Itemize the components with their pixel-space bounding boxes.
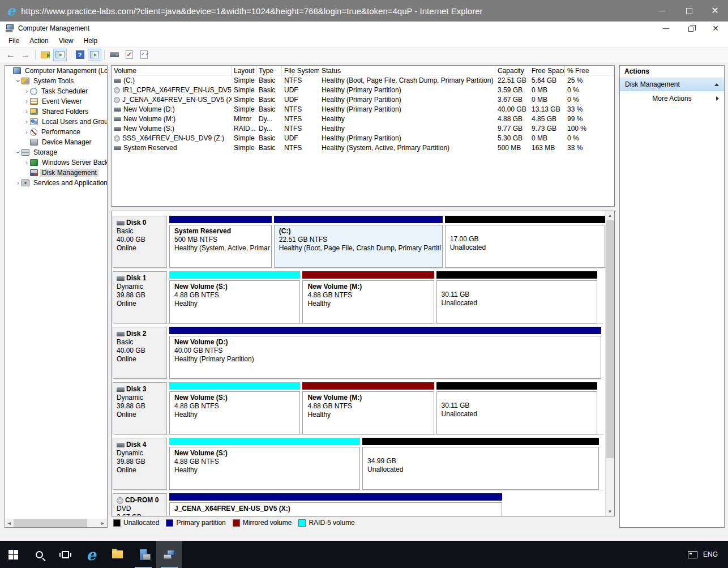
show-console-tree-button[interactable] — [53, 49, 67, 61]
tree-item-windows-server-backup[interactable]: ›Windows Server Backup — [5, 157, 107, 168]
input-indicator-icon[interactable] — [688, 551, 697, 558]
menu-file[interactable]: File — [3, 35, 24, 47]
tree-item-device-manager[interactable]: Device Manager — [5, 137, 107, 147]
column-header-status[interactable]: Status — [319, 66, 495, 76]
validate-button[interactable] — [122, 49, 136, 61]
partition-body[interactable]: 17.00 GBUnallocated — [445, 225, 605, 268]
internet-explorer-button[interactable]: e — [78, 541, 104, 568]
tree-item-system-tools[interactable]: ›System Tools — [5, 76, 107, 86]
scroll-right-icon[interactable]: ▸ — [99, 519, 107, 527]
show-action-pane-button[interactable] — [88, 49, 101, 61]
partition-body[interactable]: 30.11 GBUnallocated — [436, 391, 597, 434]
column-header-type[interactable]: Type — [256, 66, 282, 76]
partition-j-cena-x64frev-en-us-dv5-x-[interactable]: J_CENA_X64FREV_EN-US_DV5 (X:) — [169, 493, 502, 516]
back-button[interactable]: ← — [4, 49, 18, 61]
column-header-capacity[interactable]: Capacity — [495, 66, 529, 76]
partition-unallocated[interactable]: 17.00 GBUnallocated — [445, 216, 605, 268]
collapse-icon[interactable]: › — [14, 78, 22, 84]
partition-new-volume-m-[interactable]: New Volume (M:)4.88 GB NTFSHealthy — [302, 271, 434, 323]
tree-item-disk-management[interactable]: Disk Management — [5, 168, 107, 178]
computer-management-taskbar-button[interactable] — [156, 541, 182, 568]
column-header-free-space[interactable]: Free Space — [529, 66, 565, 76]
expand-icon[interactable]: › — [23, 108, 30, 116]
forward-button[interactable]: → — [19, 49, 32, 61]
tree-item-event-viewer[interactable]: ›Event Viewer — [5, 96, 107, 106]
ie-minimize-button[interactable] — [650, 0, 676, 22]
partition--c-[interactable]: (C:)22.51 GB NTFSHealthy (Boot, Page Fil… — [274, 216, 443, 268]
disk-label[interactable]: Disk 1Dynamic39.88 GBOnline — [113, 271, 167, 323]
cm-close-button[interactable]: ✕ — [703, 22, 728, 35]
expand-icon[interactable]: › — [23, 87, 30, 95]
expand-icon[interactable]: › — [23, 97, 30, 105]
ie-maximize-button[interactable] — [676, 0, 702, 22]
partition-new-volume-s-[interactable]: New Volume (S:)4.88 GB NTFSHealthy — [169, 382, 300, 434]
menu-view[interactable]: View — [54, 35, 79, 47]
volume-row[interactable]: New Volume (M:)MirrorDy...NTFSHealthy4.8… — [112, 114, 614, 124]
cm-minimize-button[interactable] — [653, 22, 678, 35]
partition-body[interactable]: 34.99 GBUnallocated — [362, 447, 599, 490]
partition-body[interactable]: System Reserved500 MB NTFSHealthy (Syste… — [169, 225, 272, 268]
partition-body[interactable]: New Volume (M:)4.88 GB NTFSHealthy — [302, 391, 434, 434]
tree-item-local-users-and-groups[interactable]: ›Local Users and Groups — [5, 117, 107, 127]
export-button[interactable] — [38, 49, 52, 61]
menu-help[interactable]: Help — [79, 35, 103, 47]
tree-item-computer-management-local-[interactable]: Computer Management (Local) — [5, 66, 107, 76]
partition-system-reserved[interactable]: System Reserved500 MB NTFSHealthy (Syste… — [169, 216, 272, 268]
partition-body[interactable]: New Volume (S:)4.88 GB NTFSHealthy — [169, 280, 300, 323]
disk-vertical-scrollbar[interactable]: ▲ ▼ — [605, 211, 614, 516]
disk-label[interactable]: Disk 3Dynamic39.88 GBOnline — [113, 382, 167, 434]
volume-row[interactable]: J_CENA_X64FREV_EN-US_DV5 (X:)SimpleBasic… — [112, 95, 614, 105]
panel-splitter[interactable] — [111, 207, 615, 211]
disk-label[interactable]: Disk 4Dynamic39.88 GBOnline — [113, 438, 167, 490]
volume-row[interactable]: (C:)SimpleBasicNTFSHealthy (Boot, Page F… — [112, 76, 614, 86]
partition-body[interactable]: New Volume (M:)4.88 GB NTFSHealthy — [302, 280, 434, 323]
partition-body[interactable]: (C:)22.51 GB NTFSHealthy (Boot, Page Fil… — [274, 225, 443, 268]
disk-properties-button[interactable] — [108, 49, 121, 61]
partition-unallocated[interactable]: 30.11 GBUnallocated — [436, 382, 597, 434]
admin-tools-button[interactable] — [130, 541, 156, 568]
volume-row[interactable]: New Volume (D:)SimpleBasicNTFSHealthy (P… — [112, 105, 614, 114]
tree-item-performance[interactable]: ›Performance — [5, 127, 107, 137]
column-header--free[interactable]: % Free — [565, 66, 614, 76]
partition-new-volume-s-[interactable]: New Volume (S:)4.88 GB NTFSHealthy — [169, 271, 300, 323]
more-actions-item[interactable]: More Actions — [620, 91, 724, 106]
start-button[interactable] — [0, 541, 26, 568]
partition-body[interactable]: 30.11 GBUnallocated — [436, 280, 597, 323]
task-view-button[interactable] — [52, 541, 78, 568]
expand-icon[interactable]: › — [23, 159, 30, 166]
partition-body[interactable]: New Volume (D:)40.00 GB NTFSHealthy (Pri… — [169, 336, 601, 379]
disk-label[interactable]: CD-ROM 0DVD3.67 GB — [113, 493, 167, 516]
partition-new-volume-m-[interactable]: New Volume (M:)4.88 GB NTFSHealthy — [302, 382, 434, 434]
partition-unallocated[interactable]: 30.11 GBUnallocated — [436, 271, 597, 323]
expand-icon[interactable]: › — [23, 128, 30, 136]
cm-restore-button[interactable] — [678, 22, 703, 35]
scroll-up-icon[interactable]: ▲ — [606, 211, 614, 220]
ie-close-button[interactable]: ✕ — [702, 0, 728, 22]
tree-item-shared-folders[interactable]: ›Shared Folders — [5, 106, 107, 117]
volume-row[interactable]: SSS_X64FREV_EN-US_DV9 (Z:)SimpleBasicUDF… — [112, 134, 614, 143]
disk-label[interactable]: Disk 2Basic40.00 GBOnline — [113, 327, 167, 379]
collapse-icon[interactable]: › — [14, 149, 22, 156]
column-header-layout[interactable]: Layout — [232, 66, 256, 76]
partition-new-volume-d-[interactable]: New Volume (D:)40.00 GB NTFSHealthy (Pri… — [169, 327, 601, 379]
expand-icon[interactable]: › — [23, 118, 30, 126]
actions-group-disk-management[interactable]: Disk Management — [620, 78, 724, 91]
search-button[interactable] — [26, 541, 52, 568]
file-explorer-button[interactable] — [104, 541, 130, 568]
expand-icon[interactable]: › — [15, 179, 22, 187]
scrollbar-thumb[interactable] — [606, 220, 614, 458]
tree-horizontal-scrollbar[interactable]: ◂ ▸ — [5, 519, 107, 527]
partition-body[interactable]: New Volume (S:)4.88 GB NTFSHealthy — [169, 391, 300, 434]
menu-action[interactable]: Action — [24, 35, 53, 47]
scroll-left-icon[interactable]: ◂ — [5, 519, 14, 527]
volume-row[interactable]: System ReservedSimpleBasicNTFSHealthy (S… — [112, 143, 614, 153]
tree-item-task-scheduler[interactable]: ›Task Scheduler — [5, 86, 107, 96]
partition-new-volume-s-[interactable]: New Volume (S:)4.88 GB NTFSHealthy — [169, 438, 360, 490]
task-list-button[interactable] — [137, 49, 151, 61]
language-indicator[interactable]: ENG — [703, 550, 718, 558]
help-button[interactable]: ? — [73, 49, 87, 61]
volume-row[interactable]: IR1_CPRA_X64FREV_EN-US_DV5 (Y:)SimpleBas… — [112, 86, 614, 95]
column-header-file-system[interactable]: File System — [282, 66, 319, 76]
tree-item-services-and-applications[interactable]: ›Services and Applications — [5, 178, 107, 188]
partition-unallocated[interactable]: 34.99 GBUnallocated — [362, 438, 599, 490]
